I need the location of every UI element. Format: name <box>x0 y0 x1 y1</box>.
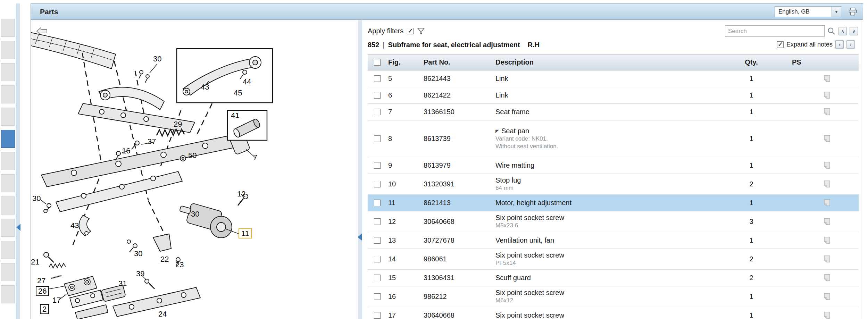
description-subtext: 64 mm <box>495 184 514 192</box>
part-no-cell: 31320391 <box>418 174 490 194</box>
page-thumbnail[interactable] <box>1 41 15 59</box>
expand-all-notes-checkbox[interactable] <box>777 41 784 48</box>
page-thumbnail[interactable] <box>1 85 15 103</box>
page-thumbnail[interactable] <box>1 130 15 148</box>
page-thumbnail[interactable] <box>1 263 15 281</box>
page-prev-button[interactable]: ‹ <box>835 40 844 49</box>
note-icon[interactable] <box>823 255 832 264</box>
note-icon[interactable] <box>823 292 832 301</box>
row-checkbox[interactable] <box>374 256 381 262</box>
table-row-fig-8[interactable]: 88613739◤Seat panVariant code: NK01.With… <box>368 120 859 157</box>
row-checkbox[interactable] <box>374 293 381 300</box>
row-checkbox[interactable] <box>374 75 381 82</box>
qty-cell: 1 <box>732 87 770 103</box>
apply-filters-label: Apply filters <box>368 27 403 35</box>
table-row-fig-6[interactable]: 68621422Link1 <box>368 87 859 104</box>
row-checkbox[interactable] <box>374 162 381 169</box>
row-checkbox[interactable] <box>374 109 381 115</box>
filter-funnel-icon[interactable] <box>417 27 425 35</box>
diagram-callout-12: 12 <box>237 190 245 198</box>
page-thumbnail[interactable] <box>1 108 15 126</box>
description-text: Six point socket screw <box>495 251 564 259</box>
language-select[interactable]: English, GB ▼ <box>775 6 841 17</box>
note-icon[interactable] <box>823 161 832 170</box>
diagram-callout-16: 16 <box>122 147 130 155</box>
page-thumbnail[interactable] <box>1 241 15 259</box>
table-row-fig-10[interactable]: 1031320391Stop lug64 mm2 <box>368 174 859 195</box>
note-icon[interactable] <box>823 311 832 319</box>
checkbox-cell <box>368 286 383 307</box>
row-checkbox[interactable] <box>374 237 381 244</box>
table-row-fig-5[interactable]: 58621443Link1 <box>368 70 859 87</box>
note-icon[interactable] <box>823 91 832 100</box>
description-text: Seat frame <box>495 108 529 116</box>
note-icon[interactable] <box>823 180 832 189</box>
row-checkbox[interactable] <box>374 92 381 99</box>
page-thumbnail[interactable] <box>1 285 15 303</box>
apply-filters-checkbox[interactable] <box>407 28 414 34</box>
part-no-cell: 30727678 <box>418 232 490 249</box>
diagram-callout-43: 43 <box>201 83 209 91</box>
row-checkbox[interactable] <box>374 312 381 319</box>
note-icon[interactable] <box>823 217 832 226</box>
page-thumbnail[interactable] <box>1 63 15 81</box>
page-thumbnail[interactable] <box>1 152 15 170</box>
col-header-part-no[interactable]: Part No. <box>418 54 490 70</box>
chevron-down-icon[interactable]: ▼ <box>832 7 841 17</box>
section-code: 852 <box>368 41 379 49</box>
row-checkbox[interactable] <box>374 135 381 142</box>
row-checkbox[interactable] <box>374 181 381 187</box>
table-row-fig-12[interactable]: 1230640668Six point socket screwM5x23.63 <box>368 211 859 232</box>
part-no-cell: 8621422 <box>418 87 490 103</box>
page-thumbnail[interactable] <box>1 19 15 37</box>
note-icon[interactable] <box>823 199 832 208</box>
table-row-fig-11[interactable]: 118621413Motor, height adjustment1 <box>368 195 859 211</box>
panel-edge-band <box>16 3 20 319</box>
table-row-fig-14[interactable]: 14986061Six point socket screwPF5x142 <box>368 249 859 270</box>
col-header-qty[interactable]: Qty. <box>732 54 770 70</box>
page-next-button[interactable]: › <box>846 40 855 49</box>
row-checkbox[interactable] <box>374 200 381 206</box>
note-icon[interactable] <box>823 236 832 245</box>
collapse-left-strip-handle[interactable] <box>16 224 20 231</box>
row-checkbox[interactable] <box>374 275 381 281</box>
page-thumbnail[interactable] <box>1 174 15 192</box>
table-row-fig-9[interactable]: 98613979Wire matting1 <box>368 157 859 174</box>
description-text: Scuff guard <box>495 274 531 282</box>
ps-cell <box>770 195 859 211</box>
ps-cell <box>770 87 859 103</box>
note-icon[interactable] <box>823 74 832 83</box>
note-icon[interactable] <box>823 134 832 143</box>
note-icon[interactable] <box>823 108 832 117</box>
diagram-callout-26: 26 <box>36 286 49 296</box>
row-checkbox[interactable] <box>374 218 381 225</box>
table-row-fig-17[interactable]: 1730640668Six point socket screw1 <box>368 307 859 319</box>
search-button[interactable] <box>827 27 836 36</box>
col-header-description[interactable]: Description <box>490 54 732 70</box>
collapse-diagram-handle[interactable] <box>358 234 362 241</box>
page-thumbnail[interactable] <box>1 196 15 215</box>
part-no-cell: 30640668 <box>418 307 490 319</box>
table-row-fig-13[interactable]: 1330727678Ventilation unit, fan1 <box>368 232 859 249</box>
checkbox-cell <box>368 104 383 120</box>
table-row-fig-7[interactable]: 731366150Seat frame1 <box>368 104 859 120</box>
print-button[interactable] <box>848 7 857 16</box>
page-title: Parts <box>40 8 58 16</box>
search-next-button[interactable]: ∨ <box>850 27 858 35</box>
page-thumbnail[interactable] <box>1 219 15 237</box>
note-icon[interactable] <box>823 274 832 283</box>
select-all-checkbox[interactable] <box>374 59 381 66</box>
table-row-fig-16[interactable]: 16986212Six point socket screwM6x121 <box>368 286 859 307</box>
table-row-fig-15[interactable]: 1531306431Scuff guard2 <box>368 270 859 286</box>
diagram-callout-11[interactable]: 11 <box>239 228 252 238</box>
checkbox-cell <box>368 307 383 319</box>
description-text: Motor, height adjustment <box>495 199 571 207</box>
qty-cell: 1 <box>732 157 770 174</box>
col-header-fig[interactable]: Fig. <box>383 54 418 70</box>
search-prev-button[interactable]: ∧ <box>838 27 847 35</box>
search-input[interactable] <box>725 25 825 37</box>
thumbnail-strip <box>0 19 16 319</box>
col-header-ps[interactable]: PS <box>770 54 859 70</box>
description-cell: Motor, height adjustment <box>490 195 732 211</box>
panel-divider[interactable] <box>358 20 362 319</box>
